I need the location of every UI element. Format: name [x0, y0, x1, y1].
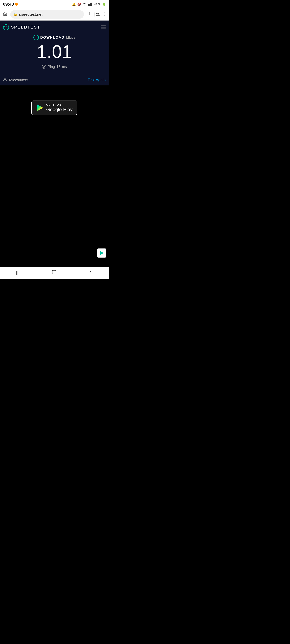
unit-label: Mbps	[66, 35, 76, 40]
recent-apps-button[interactable]: |||	[12, 269, 24, 277]
svg-rect-4	[91, 2, 92, 6]
svg-point-15	[4, 78, 6, 80]
url-bar[interactable]: 🔒 speedtest.net	[10, 10, 84, 18]
recent-apps-icon: |||	[16, 270, 20, 275]
home-nav-button[interactable]	[47, 268, 61, 277]
svg-rect-18	[52, 270, 56, 274]
download-label-row: ↓ DOWNLOAD Mbps	[3, 35, 106, 40]
ping-value: 13	[57, 64, 61, 69]
mute-icon: 🔇	[77, 2, 81, 6]
home-nav-icon	[52, 270, 57, 276]
download-icon: ↓	[33, 35, 39, 40]
status-left: 09:40	[3, 2, 18, 7]
user-icon	[3, 78, 7, 82]
svg-rect-1	[88, 4, 89, 6]
ad-area: GET IT ON Google Play	[0, 86, 109, 266]
browser-bar: 🔒 speedtest.net 22	[0, 8, 109, 20]
home-button[interactable]	[3, 11, 8, 18]
status-time: 09:40	[3, 2, 14, 7]
menu-icon	[101, 26, 106, 29]
back-button[interactable]	[84, 268, 97, 277]
speedtest-footer: Teleconnect Test Again	[0, 75, 109, 86]
svg-marker-17	[100, 251, 103, 255]
wifi-icon	[83, 2, 87, 6]
back-icon	[89, 270, 93, 275]
nav-bar: |||	[0, 266, 109, 279]
alarm-icon: 🔔	[72, 2, 76, 6]
test-again-button[interactable]: Test Again	[88, 78, 106, 82]
svg-point-9	[105, 15, 105, 16]
speedtest-main: ↓ DOWNLOAD Mbps 1.01 Ping 13 ms	[0, 30, 109, 75]
google-play-store-name: Google Play	[46, 106, 73, 112]
battery-icon: 🔋	[102, 2, 106, 6]
download-label: DOWNLOAD	[40, 35, 65, 40]
lock-icon: 🔒	[13, 12, 17, 16]
ping-info: Ping 13 ms	[3, 64, 106, 69]
svg-point-0	[84, 5, 85, 6]
status-dot	[15, 3, 18, 6]
status-bar: 09:40 🔔 🔇 94% 🔋	[0, 0, 109, 8]
speedtest-logo-icon	[3, 24, 9, 30]
speed-value: 1.01	[3, 42, 106, 62]
play-store-icon	[36, 104, 44, 112]
status-right: 🔔 🔇 94% 🔋	[72, 2, 106, 6]
logo-text: SPEEDTEST	[11, 25, 40, 30]
google-play-button[interactable]: GET IT ON Google Play	[32, 100, 77, 115]
svg-point-11	[6, 27, 7, 28]
google-play-text-group: GET IT ON Google Play	[46, 103, 73, 112]
new-tab-button[interactable]	[86, 11, 92, 18]
more-options-button[interactable]	[104, 11, 106, 18]
svg-rect-3	[90, 3, 91, 6]
ping-icon	[42, 64, 46, 69]
tab-switcher-button[interactable]: 22	[95, 12, 101, 17]
svg-marker-16	[37, 104, 43, 111]
get-it-on-text: GET IT ON	[46, 103, 73, 106]
isp-info: Teleconnect	[3, 78, 28, 82]
ad-play-icon	[100, 251, 104, 255]
bottom-ad-badge[interactable]	[97, 248, 106, 258]
url-text: speedtest.net	[19, 12, 43, 17]
svg-point-14	[44, 66, 44, 67]
menu-button[interactable]	[101, 26, 106, 29]
signal-icon	[88, 2, 92, 6]
ping-label: Ping	[48, 64, 55, 69]
svg-point-7	[105, 12, 105, 13]
speedtest-logo: SPEEDTEST	[3, 24, 40, 30]
isp-name: Teleconnect	[9, 78, 28, 82]
browser-actions: 22	[86, 11, 106, 18]
svg-point-8	[105, 14, 105, 14]
battery-text: 94%	[94, 2, 100, 6]
speedtest-header: SPEEDTEST	[0, 20, 109, 30]
svg-rect-2	[89, 4, 90, 6]
ping-unit: ms	[62, 64, 67, 69]
